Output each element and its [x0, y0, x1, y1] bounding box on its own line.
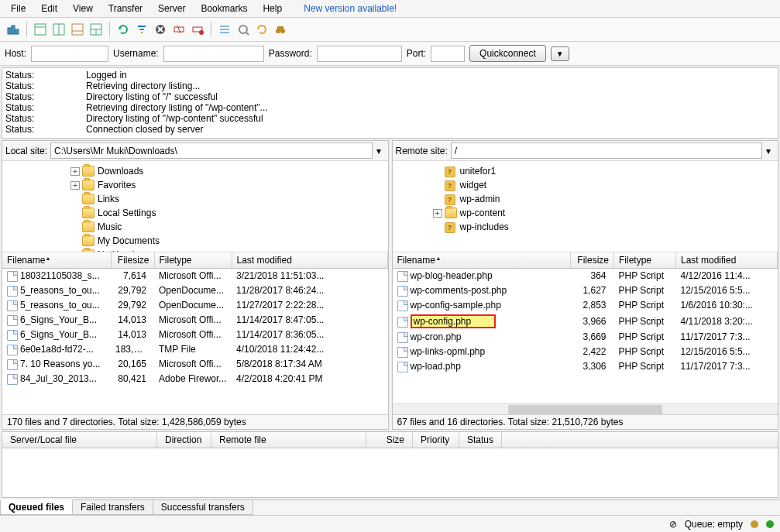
site-manager-icon[interactable]: [5, 21, 22, 38]
remote-path-input[interactable]: [451, 142, 762, 159]
tree-item[interactable]: Music: [4, 220, 387, 234]
refresh-icon[interactable]: [115, 21, 132, 38]
file-type: Microsoft Offi...: [154, 357, 232, 372]
tab-failed-transfers[interactable]: Failed transfers: [72, 500, 153, 515]
file-row[interactable]: wp-config.php3,966PHP Script4/11/2018 3:…: [393, 313, 778, 330]
remote-path-dropdown[interactable]: ▾: [762, 146, 775, 156]
queue-col[interactable]: Size: [366, 432, 413, 448]
file-row[interactable]: wp-load.php3,306PHP Script11/17/2017 7:3…: [393, 359, 778, 374]
file-row[interactable]: wp-cron.php3,669PHP Script11/17/2017 7:3…: [393, 330, 778, 345]
file-name: 6e0e1a8d-fd72-...: [20, 344, 94, 355]
file-row[interactable]: 5_reasons_to_ou...29,792OpenDocume...11/…: [2, 283, 387, 298]
file-row[interactable]: 5_reasons_to_ou...29,792OpenDocume...11/…: [2, 298, 387, 313]
file-row[interactable]: wp-comments-post.php1,627PHP Script12/15…: [393, 283, 778, 298]
file-row[interactable]: 6_Signs_Your_B...14,013Microsoft Offi...…: [2, 313, 387, 328]
file-row[interactable]: 6e0e1a8d-fd72-...183,702TMP File4/10/201…: [2, 342, 387, 357]
quickconnect-button[interactable]: Quickconnect: [469, 45, 546, 62]
file-row[interactable]: 84_Jul_30_2013...80,421Adobe Firewor...4…: [2, 372, 387, 386]
file-modified: 11/14/2017 8:36:05...: [232, 328, 387, 342]
cancel-icon[interactable]: [152, 21, 169, 38]
menu-edit[interactable]: Edit: [33, 2, 65, 15]
col-filesize[interactable]: Filesize: [571, 252, 614, 269]
tree-item[interactable]: unitefor1: [394, 164, 777, 178]
svg-rect-3: [35, 24, 46, 35]
col-modified[interactable]: Last modified: [676, 252, 778, 269]
local-path-input[interactable]: [50, 142, 372, 159]
col-filename[interactable]: Filename▴: [2, 252, 111, 269]
search-icon[interactable]: [253, 21, 270, 38]
remote-directory-tree[interactable]: unitefor1widgetwp-admin+wp-contentwp-inc…: [393, 161, 778, 252]
file-row[interactable]: 6_Signs_Your_B...14,013Microsoft Offi...…: [2, 328, 387, 342]
reconnect-icon[interactable]: [189, 21, 206, 38]
disconnect-icon[interactable]: [170, 21, 187, 38]
col-filesize[interactable]: Filesize: [111, 252, 154, 269]
tab-queued-files[interactable]: Queued files: [0, 499, 73, 515]
tree-item[interactable]: Local Settings: [4, 206, 387, 220]
queue-col[interactable]: Status: [459, 432, 502, 448]
col-filename[interactable]: Filename▴: [393, 252, 571, 269]
layout2-icon[interactable]: [50, 21, 67, 38]
menu-server[interactable]: Server: [150, 2, 193, 15]
tree-item[interactable]: +Favorites: [4, 178, 387, 192]
filter-icon[interactable]: [133, 21, 150, 38]
quickconnect-dropdown[interactable]: ▼: [551, 46, 569, 61]
tree-item[interactable]: wp-admin: [394, 192, 777, 206]
local-file-list[interactable]: Filename▴ Filesize Filetype Last modifie…: [2, 252, 388, 414]
menu-view[interactable]: View: [65, 2, 101, 15]
menu-help[interactable]: Help: [255, 2, 290, 15]
tree-item[interactable]: +Downloads: [4, 164, 387, 178]
expand-toggle[interactable]: +: [70, 167, 80, 176]
remote-pane: Remote site: ▾ unitefor1widgetwp-admin+w…: [392, 140, 779, 430]
host-input[interactable]: [31, 46, 108, 62]
port-input[interactable]: [431, 46, 465, 62]
file-row[interactable]: 180321105038_s...7,614Microsoft Offi...3…: [2, 269, 387, 283]
file-size: 2,422: [571, 345, 614, 359]
col-modified[interactable]: Last modified: [232, 252, 387, 269]
password-input[interactable]: [317, 46, 402, 62]
toolbar: [0, 18, 780, 42]
col-filetype[interactable]: Filetype: [154, 252, 232, 269]
menu-file[interactable]: File: [3, 2, 33, 15]
layout4-icon[interactable]: [88, 21, 105, 38]
layout3-icon[interactable]: [69, 21, 86, 38]
tree-item[interactable]: widget: [394, 178, 777, 192]
tree-item[interactable]: +wp-content: [394, 206, 777, 220]
tree-item[interactable]: My Documents: [4, 234, 387, 248]
remote-file-list[interactable]: Filename▴ Filesize Filetype Last modifie…: [393, 252, 778, 403]
username-input[interactable]: [163, 46, 264, 62]
sync-browse-icon[interactable]: [235, 21, 252, 38]
queue-col[interactable]: Priority: [413, 432, 459, 448]
local-directory-tree[interactable]: +Downloads+FavoritesLinksLocal SettingsM…: [2, 161, 388, 252]
file-name: wp-cron.php: [411, 331, 462, 342]
file-row[interactable]: wp-config-sample.php2,853PHP Script1/6/2…: [393, 298, 778, 313]
remote-horizontal-scrollbar[interactable]: [393, 403, 778, 414]
menu-transfer[interactable]: Transfer: [101, 2, 150, 15]
menu-bookmarks[interactable]: Bookmarks: [193, 2, 255, 15]
svg-point-26: [239, 26, 247, 33]
file-icon: [7, 286, 18, 297]
file-row[interactable]: wp-links-opml.php2,422PHP Script12/15/20…: [393, 345, 778, 359]
file-type: PHP Script: [614, 345, 676, 359]
compare-icon[interactable]: [216, 21, 233, 38]
binoculars-icon[interactable]: [272, 21, 289, 38]
local-pane: Local site: ▾ +Downloads+FavoritesLinksL…: [2, 140, 389, 430]
file-size: 3,669: [571, 330, 614, 345]
local-path-dropdown[interactable]: ▾: [373, 146, 385, 156]
expand-toggle[interactable]: +: [433, 209, 442, 218]
queue-col[interactable]: Server/Local file: [2, 432, 157, 448]
tab-successful-transfers[interactable]: Successful transfers: [153, 500, 253, 515]
tree-item[interactable]: Links: [4, 192, 387, 206]
col-filetype[interactable]: Filetype: [614, 252, 676, 269]
tree-item[interactable]: wp-includes: [394, 220, 777, 234]
layout1-icon[interactable]: [32, 21, 49, 38]
file-row[interactable]: 7. 10 Reasons yo...20,165Microsoft Offi.…: [2, 357, 387, 372]
expand-toggle[interactable]: +: [70, 181, 80, 190]
file-row[interactable]: wp-blog-header.php364PHP Script4/12/2016…: [393, 269, 778, 283]
message-log[interactable]: Status:Logged inStatus:Retrieving direct…: [2, 67, 778, 139]
log-msg: Retrieving directory listing...: [86, 81, 200, 91]
tree-label: Favorites: [98, 180, 136, 190]
update-available-link[interactable]: New version available!: [296, 2, 404, 15]
log-key: Status:: [5, 124, 86, 135]
queue-col[interactable]: Direction: [157, 432, 211, 448]
queue-col[interactable]: Remote file: [211, 432, 366, 448]
